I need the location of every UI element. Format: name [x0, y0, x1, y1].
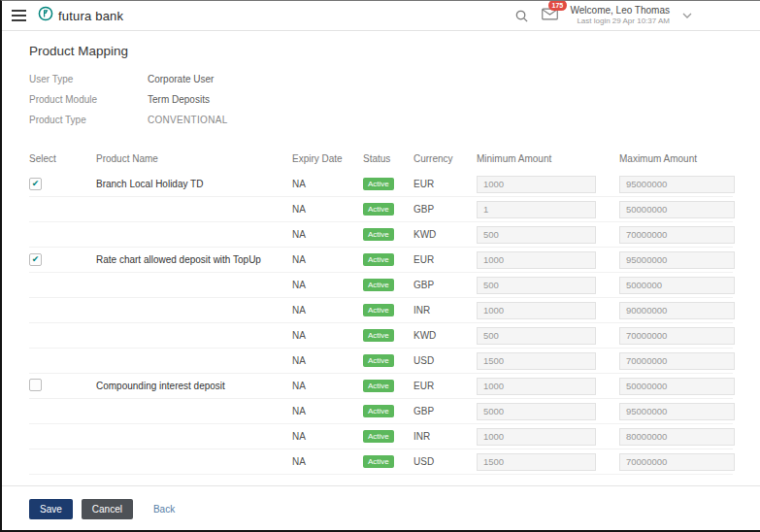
product-module-label: Product Module: [29, 94, 148, 105]
maximum-amount-input[interactable]: [619, 201, 735, 218]
table-row: Branch Local Holiday TD NA Active EUR: [29, 172, 733, 197]
table-row: NA Active GBP: [29, 399, 733, 424]
expiry-date: NA: [292, 179, 363, 189]
expiry-date: NA: [292, 406, 363, 416]
status-badge: Active: [363, 354, 394, 368]
user-type-value: Corporate User: [148, 74, 214, 84]
row-checkbox[interactable]: [29, 178, 42, 190]
currency: KWD: [413, 229, 477, 240]
maximum-amount-input[interactable]: [619, 352, 735, 370]
minimum-amount-input[interactable]: [477, 251, 596, 269]
brand-name: futura bank: [58, 9, 123, 23]
col-product-name: Product Name: [96, 153, 292, 164]
expiry-date: NA: [292, 204, 363, 215]
table-row: NA Active GBP: [29, 197, 733, 222]
table-row: NA Active INR: [29, 298, 733, 323]
mapping-summary: User Type Corporate User Product Module …: [29, 66, 733, 137]
app-window: futura bank 175 Welcome, Leo Thomas Last…: [0, 0, 760, 532]
minimum-amount-input[interactable]: [477, 453, 596, 471]
currency: EUR: [413, 179, 477, 189]
maximum-amount-input[interactable]: [619, 327, 735, 345]
status-badge: Active: [363, 380, 394, 393]
bank-logo[interactable]: futura bank: [38, 6, 123, 25]
maximum-amount-input[interactable]: [619, 226, 735, 244]
table-header-row: Select Product Name Expiry Date Status C…: [29, 145, 733, 172]
user-menu[interactable]: Welcome, Leo Thomas Last login 29 Apr 10…: [571, 5, 670, 27]
minimum-amount-input[interactable]: [477, 226, 596, 244]
currency: INR: [413, 305, 477, 316]
col-minimum-amount: Minimum Amount: [477, 153, 619, 164]
minimum-amount-input[interactable]: [477, 378, 596, 395]
status-badge: Active: [363, 405, 394, 418]
table-row: NA Active KWD: [29, 222, 733, 248]
maximum-amount-input[interactable]: [619, 277, 735, 294]
top-bar: futura bank 175 Welcome, Leo Thomas Last…: [2, 1, 760, 31]
table-row: Compounding interest deposit NA Active E…: [29, 374, 733, 399]
minimum-amount-input[interactable]: [477, 201, 596, 218]
currency: GBP: [413, 406, 477, 416]
table-row: NA Active GBP: [29, 273, 733, 298]
main-content: Product Mapping User Type Corporate User…: [2, 31, 760, 532]
col-currency: Currency: [413, 153, 477, 164]
status-badge: Active: [363, 304, 394, 317]
status-badge: Active: [363, 329, 394, 343]
table-body: Branch Local Holiday TD NA Active EUR NA…: [29, 172, 733, 475]
minimum-amount-input[interactable]: [477, 277, 596, 294]
maximum-amount-input[interactable]: [619, 302, 735, 319]
product-name: Branch Local Holiday TD: [96, 179, 292, 189]
maximum-amount-input[interactable]: [619, 251, 735, 269]
expiry-date: NA: [292, 381, 363, 391]
product-name: Compounding interest deposit: [96, 381, 292, 391]
back-link[interactable]: Back: [153, 504, 175, 515]
maximum-amount-input[interactable]: [619, 428, 735, 446]
currency: INR: [413, 431, 477, 442]
mail-icon[interactable]: 175: [542, 7, 558, 24]
minimum-amount-input[interactable]: [477, 352, 596, 370]
bank-logo-icon: [38, 6, 53, 25]
table-row: NA Active KWD: [29, 323, 733, 349]
user-type-label: User Type: [29, 74, 148, 84]
currency: USD: [413, 456, 477, 467]
currency: EUR: [413, 254, 477, 265]
table-row: NA Active INR: [29, 424, 733, 449]
status-badge: Active: [363, 203, 394, 216]
action-bar: Save Cancel Back: [29, 486, 733, 532]
minimum-amount-input[interactable]: [477, 327, 596, 345]
expiry-date: NA: [292, 355, 363, 366]
cancel-button[interactable]: Cancel: [82, 499, 133, 519]
col-status: Status: [363, 153, 413, 164]
minimum-amount-input[interactable]: [477, 176, 596, 193]
minimum-amount-input[interactable]: [477, 428, 596, 446]
search-icon[interactable]: [514, 9, 529, 23]
product-module-value: Term Deposits: [148, 94, 210, 105]
mail-count-badge: 175: [548, 0, 568, 11]
product-type-label: Product Type: [29, 115, 148, 125]
expiry-date: NA: [292, 229, 363, 240]
maximum-amount-input[interactable]: [619, 403, 735, 420]
status-badge: Active: [363, 455, 394, 469]
expiry-date: NA: [292, 330, 363, 341]
col-select: Select: [29, 153, 96, 164]
expiry-date: NA: [292, 280, 363, 290]
hamburger-menu-icon[interactable]: [10, 8, 28, 23]
status-badge: Active: [363, 279, 394, 292]
currency: EUR: [413, 381, 477, 391]
maximum-amount-input[interactable]: [619, 453, 735, 471]
status-badge: Active: [363, 178, 394, 191]
expiry-date: NA: [292, 305, 363, 316]
currency: GBP: [413, 204, 477, 215]
welcome-text: Welcome, Leo Thomas: [571, 5, 670, 17]
currency: USD: [413, 355, 477, 366]
row-checkbox[interactable]: [29, 253, 42, 266]
minimum-amount-input[interactable]: [477, 302, 596, 319]
maximum-amount-input[interactable]: [619, 176, 735, 193]
page-title: Product Mapping: [29, 31, 733, 66]
table-row: Rate chart allowed deposit with TopUp NA…: [29, 248, 733, 273]
maximum-amount-input[interactable]: [619, 378, 735, 395]
save-button[interactable]: Save: [29, 499, 73, 519]
status-badge: Active: [363, 253, 394, 267]
minimum-amount-input[interactable]: [477, 403, 596, 420]
chevron-down-icon[interactable]: [682, 13, 692, 18]
currency: KWD: [413, 330, 477, 341]
row-checkbox[interactable]: [29, 379, 42, 391]
